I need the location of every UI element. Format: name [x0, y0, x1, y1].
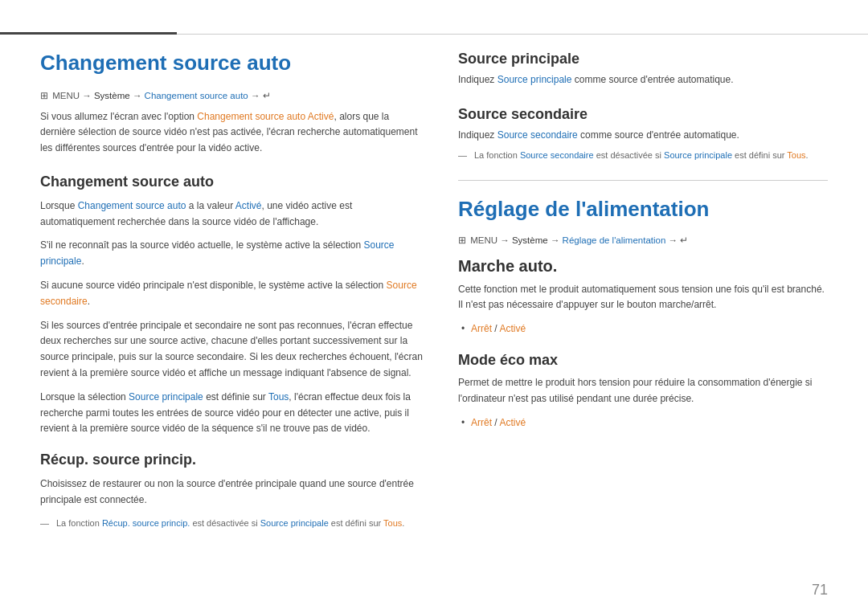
page-number: 71: [812, 582, 828, 599]
mode-eco-bullet-1: Arrêt / Activé: [471, 415, 828, 431]
marche-auto-bullet-1: Arrêt / Activé: [471, 321, 828, 337]
source-secondaire-note: La fonction Source secondaire est désact…: [458, 149, 828, 162]
menu-icon-reglage: ⊞: [458, 235, 466, 246]
recup-note: La fonction Récup. source princip. est d…: [40, 517, 426, 530]
recup-intro: Choisissez de restaurer ou non la source…: [40, 476, 426, 509]
main-title: Changement source auto: [40, 51, 426, 76]
mode-eco-title: Mode éco max: [458, 352, 828, 369]
left-column: Changement source auto ⊞ MENU → Système …: [40, 51, 426, 589]
divider: [458, 180, 828, 181]
source-principale-text: Indiquez Source principale comme source …: [458, 72, 828, 88]
menu-icon-left: ⊞: [40, 90, 48, 101]
page: Changement source auto ⊞ MENU → Système …: [0, 0, 868, 613]
menu-path-reglage: ⊞ MENU → Système → Réglage de l'alimenta…: [458, 235, 828, 246]
section-recup: Récup. source princip. Choisissez de res…: [40, 452, 426, 530]
para-5: Lorsque la sélection Source principale e…: [40, 390, 426, 437]
intro-text: Si vous allumez l'écran avec l'option Ch…: [40, 109, 426, 156]
content-area: Changement source auto ⊞ MENU → Système …: [0, 35, 868, 613]
eco-active-label: Activé: [499, 417, 526, 428]
reglage-title: Réglage de l'alimentation: [458, 197, 828, 222]
para-2: S'il ne reconnaît pas la source vidéo ac…: [40, 238, 426, 270]
marche-auto-bullets: Arrêt / Activé: [458, 321, 828, 337]
menu-text-reglage: MENU → Système → Réglage de l'alimentati…: [468, 235, 688, 246]
active-label: Activé: [499, 323, 526, 334]
section-recup-title: Récup. source princip.: [40, 452, 426, 468]
para-1: Lorsque Changement source auto a la vale…: [40, 198, 426, 231]
source-principale-title: Source principale: [458, 51, 828, 67]
section-source-secondaire: Source secondaire Indiquez Source second…: [458, 106, 828, 162]
section-marche-auto: Marche auto. Cette fonction met le produ…: [458, 257, 828, 337]
arret-label: Arrêt: [471, 323, 492, 334]
marche-auto-text: Cette fonction met le produit automatiqu…: [458, 282, 828, 314]
para-4: Si les sources d'entrée principale et se…: [40, 318, 426, 382]
section-source-principale: Source principale Indiquez Source princi…: [458, 51, 828, 88]
marche-auto-title: Marche auto.: [458, 257, 828, 276]
eco-arret-label: Arrêt: [471, 417, 492, 428]
menu-text-left: MENU → Système → Changement source auto …: [50, 90, 271, 101]
section-changement-title: Changement source auto: [40, 174, 426, 190]
menu-path-left: ⊞ MENU → Système → Changement source aut…: [40, 90, 426, 101]
top-rules: [0, 0, 868, 35]
mode-eco-text: Permet de mettre le produit hors tension…: [458, 375, 828, 407]
para-3: Si aucune source vidéo principale n'est …: [40, 278, 426, 310]
source-secondaire-text: Indiquez Source secondaire comme source …: [458, 128, 828, 144]
section-mode-eco: Mode éco max Permet de mettre le produit…: [458, 352, 828, 431]
source-secondaire-title: Source secondaire: [458, 106, 828, 123]
mode-eco-bullets: Arrêt / Activé: [458, 415, 828, 431]
right-column: Source principale Indiquez Source princi…: [458, 51, 828, 589]
section-changement: Changement source auto Lorsque Changemen…: [40, 174, 426, 437]
intro-link: Changement source auto Activé: [197, 111, 334, 122]
